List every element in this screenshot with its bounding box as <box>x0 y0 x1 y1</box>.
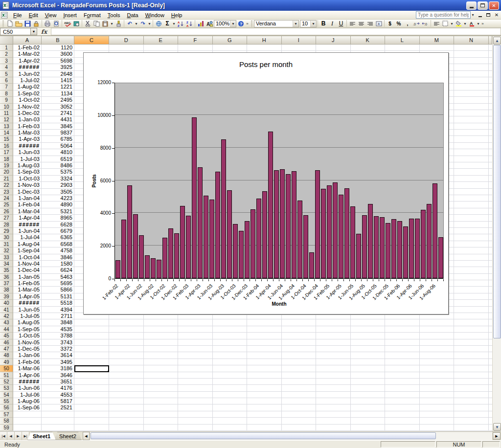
column-header-L[interactable]: L <box>385 36 420 45</box>
cell-A16[interactable]: ###### <box>13 143 42 149</box>
cell-K50[interactable] <box>351 365 386 372</box>
chart-bar[interactable] <box>409 219 414 278</box>
workbook-minimize-button[interactable] <box>477 12 483 18</box>
cell-D47[interactable] <box>109 346 144 352</box>
cell-A24[interactable]: 1-Jan-04 <box>13 195 42 202</box>
cell-N26[interactable] <box>454 208 489 215</box>
cell-E48[interactable] <box>144 352 179 358</box>
cell-N17[interactable] <box>454 149 489 156</box>
close-button[interactable]: ✕ <box>489 1 499 10</box>
cell-E54[interactable] <box>144 392 179 398</box>
cell-F50[interactable] <box>178 365 213 372</box>
cell-B32[interactable]: 4758 <box>42 247 74 254</box>
cell-K47[interactable] <box>351 346 386 352</box>
row-header-19[interactable]: 19 <box>0 162 13 169</box>
cell-E44[interactable] <box>144 326 179 333</box>
cell-K51[interactable] <box>351 372 386 379</box>
chart-bar[interactable] <box>256 199 261 278</box>
cell-A47[interactable]: 1-Dec-05 <box>13 346 42 352</box>
cell-N39[interactable] <box>454 293 489 300</box>
cell-M57[interactable] <box>420 411 455 418</box>
cell-M58[interactable] <box>420 418 455 424</box>
row-header-51[interactable]: 51 <box>0 372 13 379</box>
cell-A42[interactable]: 1-Jul-05 <box>13 313 42 319</box>
cell-B20[interactable]: 5375 <box>42 169 74 175</box>
cell-K43[interactable] <box>351 319 386 326</box>
cell-N51[interactable] <box>454 372 489 379</box>
row-header-23[interactable]: 23 <box>0 189 13 195</box>
cell-N25[interactable] <box>454 202 489 208</box>
chart-bar[interactable] <box>121 220 126 278</box>
cell-B22[interactable]: 2903 <box>42 182 74 188</box>
row-header-21[interactable]: 21 <box>0 176 13 182</box>
cell-G51[interactable] <box>213 372 248 379</box>
row-header-5[interactable]: 5 <box>0 71 13 77</box>
cell-G57[interactable] <box>213 411 248 418</box>
chart-bar[interactable] <box>250 209 255 278</box>
cell-K53[interactable] <box>351 385 386 391</box>
row-header-42[interactable]: 42 <box>0 313 13 319</box>
cell-F49[interactable] <box>178 359 213 365</box>
cell-M51[interactable] <box>420 372 455 379</box>
sheet-tab-sheet2[interactable]: Sheet2 <box>54 432 82 440</box>
cell-D51[interactable] <box>109 372 144 379</box>
cell-A46[interactable]: 1-Nov-05 <box>13 339 42 346</box>
cell-L49[interactable] <box>385 359 420 365</box>
cell-N20[interactable] <box>454 169 489 175</box>
cell-A35[interactable]: 1-Dec-04 <box>13 267 42 273</box>
cell-K56[interactable] <box>351 404 386 411</box>
cell-C55[interactable] <box>74 398 109 404</box>
scroll-up-icon[interactable]: ▲ <box>493 37 501 45</box>
scroll-right-icon[interactable]: ▶ <box>493 432 501 440</box>
fill-color-button[interactable] <box>454 20 463 27</box>
select-all-corner[interactable] <box>0 36 13 45</box>
cell-N2[interactable] <box>454 51 489 57</box>
undo-dropdown-icon[interactable]: ▾ <box>134 22 138 26</box>
cell-E56[interactable] <box>144 404 179 411</box>
cell-B52[interactable]: 3651 <box>42 379 74 385</box>
cell-A29[interactable]: 1-Jun-04 <box>13 228 42 234</box>
column-header-F[interactable]: F <box>178 36 213 45</box>
cell-B24[interactable]: 4223 <box>42 195 74 202</box>
cell-F51[interactable] <box>178 372 213 379</box>
chart-bar[interactable] <box>139 235 144 278</box>
undo-button[interactable]: ↶ <box>125 20 134 27</box>
cell-K52[interactable] <box>351 379 386 385</box>
cell-H43[interactable] <box>247 319 282 326</box>
cell-N8[interactable] <box>454 90 489 97</box>
cell-A8[interactable]: 1-Sep-02 <box>13 90 42 97</box>
cell-L51[interactable] <box>385 372 420 379</box>
cell-B12[interactable]: 4431 <box>42 116 74 123</box>
chart-bar[interactable] <box>274 170 279 278</box>
cell-B25[interactable]: 4890 <box>42 202 74 208</box>
cell-L44[interactable] <box>385 326 420 333</box>
cell-B1[interactable]: 1120 <box>42 45 74 51</box>
font-size-combobox[interactable]: 10 ▾ <box>300 20 317 27</box>
row-header-24[interactable]: 24 <box>0 195 13 202</box>
cell-E45[interactable] <box>144 333 179 339</box>
cell-B48[interactable]: 3614 <box>42 352 74 358</box>
toolbar-options-icon[interactable]: » <box>245 22 250 26</box>
fill-color-dropdown-icon[interactable]: ▾ <box>463 22 467 26</box>
fill-handle[interactable] <box>107 370 109 372</box>
cell-G45[interactable] <box>213 333 248 339</box>
chart-bar[interactable] <box>268 132 273 278</box>
cell-A20[interactable]: 1-Sep-03 <box>13 169 42 175</box>
vertical-scrollbar[interactable]: ▲ ▼ <box>492 36 501 431</box>
cell-E43[interactable] <box>144 319 179 326</box>
cell-B4[interactable]: 3925 <box>42 64 74 70</box>
cell-M45[interactable] <box>420 333 455 339</box>
chart-bar[interactable] <box>374 216 379 278</box>
cell-B5[interactable]: 2648 <box>42 71 74 77</box>
cell-L1[interactable] <box>385 45 420 51</box>
cell-C46[interactable] <box>74 339 109 346</box>
underline-button[interactable]: U <box>337 20 345 27</box>
cell-F47[interactable] <box>178 346 213 352</box>
cell-J1[interactable] <box>316 45 351 51</box>
row-header-46[interactable]: 46 <box>0 339 13 346</box>
chart-bar[interactable] <box>421 210 426 278</box>
print-button[interactable] <box>43 20 52 27</box>
cell-D45[interactable] <box>109 333 144 339</box>
cell-G1[interactable] <box>213 45 248 51</box>
cell-J44[interactable] <box>316 326 351 333</box>
